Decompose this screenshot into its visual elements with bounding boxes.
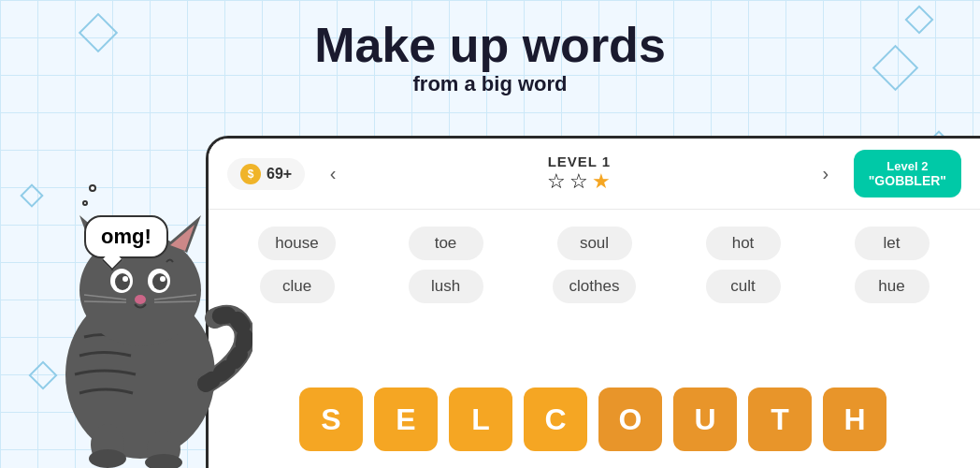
word-pill[interactable]: cult xyxy=(706,270,781,303)
header: Make up words from a big word xyxy=(0,19,980,96)
page-subtitle: from a big word xyxy=(0,72,980,96)
word-column-4: hot cult xyxy=(673,227,813,303)
word-pill[interactable]: toe xyxy=(409,227,483,260)
stars-display: ☆ ☆ ★ xyxy=(361,169,798,194)
word-pill[interactable]: hue xyxy=(855,270,930,303)
svg-line-16 xyxy=(154,301,196,302)
word-pill[interactable]: clothes xyxy=(553,270,637,303)
word-pill[interactable]: clue xyxy=(260,270,335,303)
svg-point-10 xyxy=(122,276,128,282)
word-pill[interactable]: house xyxy=(258,227,335,260)
tile-o[interactable]: O xyxy=(598,388,662,451)
level-info: LEVEL 1 ☆ ☆ ★ xyxy=(361,154,798,194)
coin-count: 69+ xyxy=(267,166,292,183)
next-level-badge[interactable]: Level 2 "GOBBLER" xyxy=(854,150,961,197)
word-pill[interactable]: let xyxy=(855,227,930,260)
svg-line-14 xyxy=(84,301,126,302)
word-column-5: let hue xyxy=(822,227,961,303)
svg-point-9 xyxy=(152,273,167,290)
tile-u[interactable]: U xyxy=(673,388,737,451)
cat-container: omg! xyxy=(0,140,262,468)
words-area: house clue toe lush soul clothes hot cul… xyxy=(209,210,980,320)
tile-l[interactable]: L xyxy=(449,388,512,451)
word-column-3: soul clothes xyxy=(525,227,664,303)
tile-e[interactable]: E xyxy=(374,388,438,451)
cat-illustration xyxy=(28,168,252,468)
tile-h[interactable]: H xyxy=(823,388,886,451)
svg-point-12 xyxy=(135,295,146,304)
tile-s[interactable]: S xyxy=(299,388,363,451)
svg-point-11 xyxy=(160,276,166,282)
page-title: Make up words xyxy=(0,19,980,72)
word-pill[interactable]: hot xyxy=(706,227,781,260)
svg-point-8 xyxy=(115,273,130,290)
top-bar: $ 69+ ‹ LEVEL 1 ☆ ☆ ★ › Level 2 "GOBBLER… xyxy=(209,139,980,210)
tile-c[interactable]: C xyxy=(524,388,587,451)
prev-level-button[interactable]: ‹ xyxy=(319,160,347,188)
word-pill[interactable]: lush xyxy=(409,270,483,303)
tiles-area: S E L C O U T H xyxy=(206,388,980,451)
word-column-2: toe lush xyxy=(376,227,515,303)
speech-bubble: omg! xyxy=(84,215,168,258)
word-pill[interactable]: soul xyxy=(557,227,632,260)
svg-point-19 xyxy=(89,449,126,468)
next-level-button[interactable]: › xyxy=(812,160,840,188)
bubble-text: omg! xyxy=(101,225,151,248)
tile-t[interactable]: T xyxy=(748,388,812,451)
next-level-word: "GOBBLER" xyxy=(869,173,946,188)
next-level-label: Level 2 xyxy=(869,159,946,173)
level-label: LEVEL 1 xyxy=(361,154,798,169)
